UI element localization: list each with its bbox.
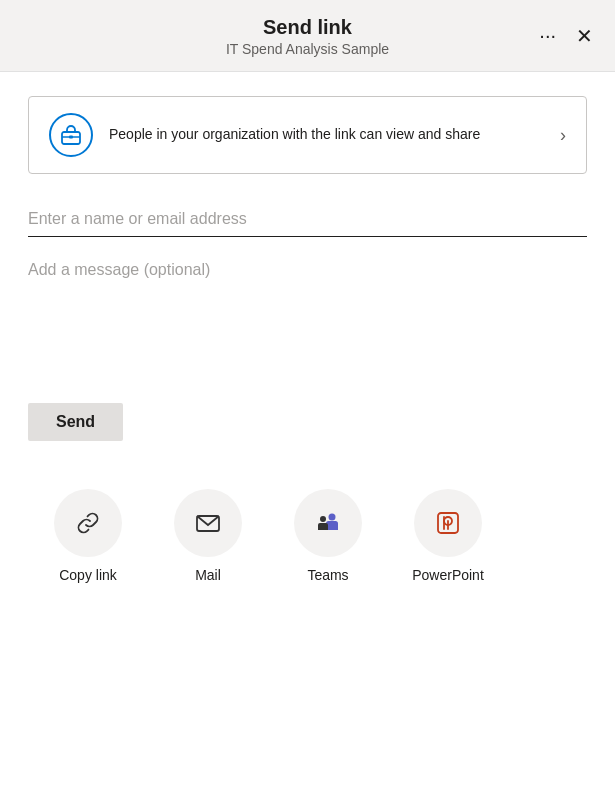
teams-label: Teams — [307, 567, 348, 583]
name-input-section — [28, 202, 587, 237]
dialog-title: Send link — [226, 16, 389, 39]
chevron-right-icon: › — [560, 125, 566, 146]
dialog-content: People in your organization with the lin… — [0, 72, 615, 607]
more-options-icon: ··· — [539, 24, 556, 47]
powerpoint-option[interactable]: PowerPoint — [388, 489, 508, 583]
send-button[interactable]: Send — [28, 403, 123, 441]
svg-point-5 — [320, 516, 326, 522]
name-email-input[interactable] — [28, 202, 587, 237]
mail-label: Mail — [195, 567, 221, 583]
mail-icon — [193, 508, 223, 538]
header-actions: ··· ✕ — [533, 18, 599, 54]
message-section: Add a message (optional) — [28, 261, 587, 371]
send-link-dialog: Send link IT Spend Analysis Sample ··· ✕ — [0, 0, 615, 797]
dialog-header: Send link IT Spend Analysis Sample ··· ✕ — [0, 0, 615, 72]
close-button[interactable]: ✕ — [570, 18, 599, 54]
message-textarea[interactable] — [28, 287, 587, 367]
share-options-row: Copy link Mail — [28, 481, 587, 583]
briefcase-icon — [59, 123, 83, 147]
permission-icon-wrap — [49, 113, 93, 157]
teams-option[interactable]: Teams — [268, 489, 388, 583]
powerpoint-icon-circle — [414, 489, 482, 557]
mail-option[interactable]: Mail — [148, 489, 268, 583]
teams-icon-circle — [294, 489, 362, 557]
copy-link-icon-circle — [54, 489, 122, 557]
more-options-button[interactable]: ··· — [533, 18, 562, 53]
dialog-subtitle: IT Spend Analysis Sample — [226, 41, 389, 57]
copy-link-label: Copy link — [59, 567, 117, 583]
close-icon: ✕ — [576, 24, 593, 48]
link-permission-card[interactable]: People in your organization with the lin… — [28, 96, 587, 174]
svg-rect-2 — [69, 136, 73, 139]
powerpoint-label: PowerPoint — [412, 567, 484, 583]
permission-text: People in your organization with the lin… — [109, 125, 544, 145]
header-text-group: Send link IT Spend Analysis Sample — [226, 16, 389, 57]
svg-point-4 — [329, 514, 336, 521]
powerpoint-icon — [432, 507, 464, 539]
teams-icon — [312, 507, 344, 539]
copy-link-option[interactable]: Copy link — [28, 489, 148, 583]
mail-icon-circle — [174, 489, 242, 557]
message-label: Add a message (optional) — [28, 261, 587, 279]
copy-link-icon — [73, 508, 103, 538]
